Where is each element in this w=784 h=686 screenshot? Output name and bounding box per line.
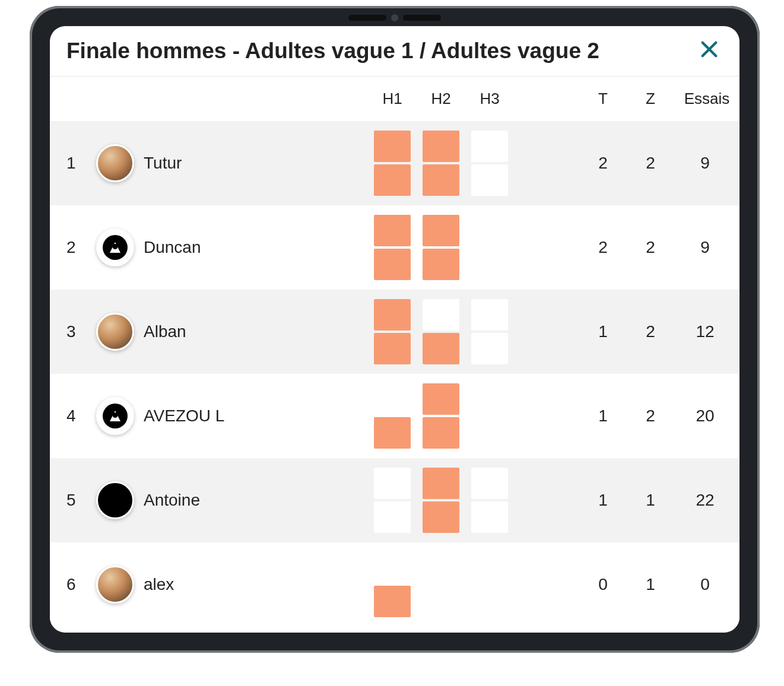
essais-value: 0 (674, 542, 739, 627)
competitor-name: Duncan (144, 238, 201, 257)
h1-cell (368, 121, 417, 205)
col-z: Z (627, 77, 674, 121)
top-box (374, 552, 411, 583)
avatar (96, 228, 134, 266)
essais-value: 9 (674, 121, 739, 205)
col-h3: H3 (465, 77, 514, 121)
col-essais: Essais (674, 77, 739, 121)
h1-cell (368, 374, 417, 458)
top-box (471, 131, 508, 162)
table-row[interactable]: 4AVEZOU L1220 (50, 374, 739, 458)
zone-box (374, 417, 411, 449)
zone-box (471, 417, 508, 449)
page-title: Finale hommes - Adultes vague 1 / Adulte… (66, 39, 599, 63)
h3-cell (465, 290, 514, 374)
table-row[interactable]: 1Tutur229 (50, 121, 739, 205)
rank-cell: 5 (50, 458, 91, 542)
h2-cell (417, 205, 465, 290)
h3-cell (465, 121, 514, 205)
svg-point-3 (113, 244, 118, 249)
col-h2: H2 (417, 77, 465, 121)
top-box (374, 299, 411, 331)
close-icon[interactable] (696, 37, 723, 65)
results-table-wrap: H1 H2 H3 T Z Essais 1Tutur2292Duncan2293… (50, 77, 739, 633)
zone-box (374, 586, 411, 617)
tablet-frame: Finale hommes - Adultes vague 1 / Adulte… (30, 6, 760, 653)
z-value: 2 (627, 205, 674, 290)
competitor-name: Antoine (144, 491, 200, 510)
top-box (423, 552, 459, 583)
zone-box (423, 586, 459, 617)
table-row[interactable]: 5Antoine1122 (50, 458, 739, 542)
table-row[interactable]: 6alex010 (50, 542, 739, 627)
zone-box (423, 501, 459, 533)
avatar (96, 566, 134, 604)
z-value: 1 (627, 542, 674, 627)
top-box (374, 215, 411, 246)
avatar (96, 313, 134, 351)
zone-box (471, 586, 508, 617)
zone-box (471, 501, 508, 533)
spacer (514, 542, 579, 627)
avatar (96, 397, 134, 435)
tablet-notch (348, 14, 441, 21)
top-box (423, 131, 459, 162)
t-value: 2 (579, 205, 627, 290)
top-box (423, 468, 459, 499)
rank-cell: 4 (50, 374, 91, 458)
zone-box (374, 249, 411, 280)
spacer (514, 374, 579, 458)
name-cell: AVEZOU L (91, 374, 368, 458)
top-box (471, 215, 508, 246)
avatar (96, 481, 134, 519)
rank-cell: 2 (50, 205, 91, 290)
name-cell: Tutur (91, 121, 368, 205)
table-row[interactable]: 2Duncan229 (50, 205, 739, 290)
h1-cell (368, 290, 417, 374)
h2-cell (417, 542, 465, 627)
h3-cell (465, 205, 514, 290)
top-box (471, 552, 508, 583)
spacer (514, 290, 579, 374)
h1-cell (368, 205, 417, 290)
rank-cell: 1 (50, 121, 91, 205)
name-cell: alex (91, 542, 368, 627)
results-table: H1 H2 H3 T Z Essais 1Tutur2292Duncan2293… (50, 77, 739, 627)
z-value: 2 (627, 121, 674, 205)
zone-box (471, 164, 508, 196)
zone-box (423, 164, 459, 196)
table-row[interactable]: 3Alban1212 (50, 290, 739, 374)
zone-box (423, 417, 459, 449)
essais-value: 20 (674, 374, 739, 458)
h2-cell (417, 374, 465, 458)
col-name (91, 77, 368, 121)
h3-cell (465, 458, 514, 542)
essais-value: 12 (674, 290, 739, 374)
essais-value: 22 (674, 458, 739, 542)
t-value: 2 (579, 121, 627, 205)
h2-cell (417, 121, 465, 205)
col-t: T (579, 77, 627, 121)
h3-cell (465, 374, 514, 458)
top-box (374, 468, 411, 499)
h3-cell (465, 542, 514, 627)
spacer (514, 458, 579, 542)
avatar (96, 144, 134, 182)
t-value: 1 (579, 374, 627, 458)
competitor-name: Alban (144, 322, 186, 341)
svg-point-5 (113, 412, 118, 418)
h2-cell (417, 290, 465, 374)
screen: Finale hommes - Adultes vague 1 / Adulte… (50, 26, 739, 633)
competitor-name: AVEZOU L (144, 406, 224, 425)
zone-box (423, 333, 459, 364)
t-value: 0 (579, 542, 627, 627)
competitor-name: Tutur (144, 154, 182, 173)
col-spacer (514, 77, 579, 121)
top-box (423, 383, 459, 415)
rank-cell: 6 (50, 542, 91, 627)
name-cell: Antoine (91, 458, 368, 542)
name-cell: Duncan (91, 205, 368, 290)
competitor-name: alex (144, 575, 174, 594)
h1-cell (368, 542, 417, 627)
header: Finale hommes - Adultes vague 1 / Adulte… (50, 26, 739, 77)
